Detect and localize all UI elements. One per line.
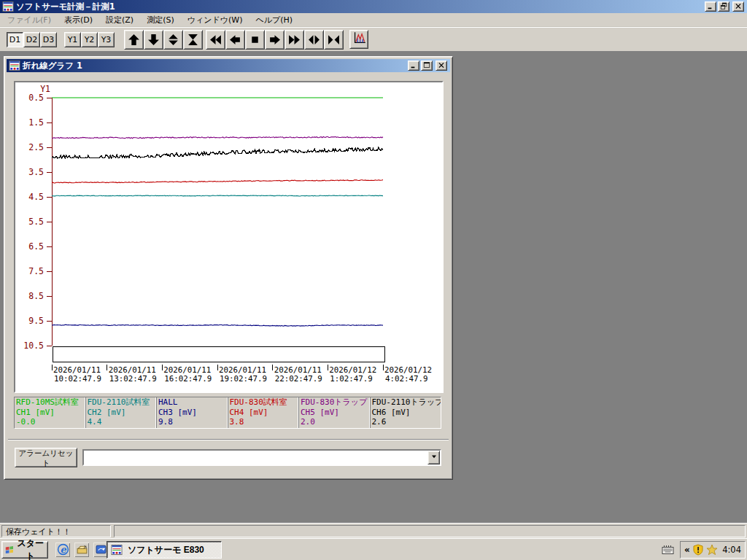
svg-text:9.5: 9.5 <box>28 316 44 326</box>
graph-window-titlebar[interactable]: 折れ線グラフ 1 <box>7 59 450 72</box>
y-button[interactable]: Y2 <box>81 32 98 47</box>
channel-value: 3.8 <box>230 417 298 427</box>
star-icon[interactable] <box>706 544 718 556</box>
chart-panel: Y10.51.52.53.54.55.56.57.58.59.510.52026… <box>14 81 444 393</box>
arrow-up-button[interactable] <box>124 30 144 50</box>
channel-legend: RFD-10MS試料室 CH1 [mV] -0.0 FDU-2110試料室 CH… <box>14 397 441 429</box>
status-panel <box>114 525 746 537</box>
svg-text:13:02:47.9: 13:02:47.9 <box>109 374 157 384</box>
ime-keyboard-icon[interactable] <box>661 544 675 556</box>
menu-item[interactable]: ファイル(F) <box>1 13 57 27</box>
menu-item[interactable]: 表示(D) <box>58 13 98 27</box>
legend-cell: FDU-2110試料室 CH2 [mV] 4.4 <box>86 397 158 428</box>
menu-item[interactable]: ウィンドウ(W) <box>182 13 249 27</box>
svg-text:8.5: 8.5 <box>28 291 44 301</box>
separator <box>8 439 449 440</box>
channel-name: FDU-830トラップ <box>301 397 368 408</box>
svg-text:1.5: 1.5 <box>28 117 44 128</box>
menubar: ファイル(F)表示(D)設定(Z)測定(S)ウィンドウ(W)ヘルプ(H) <box>0 13 747 27</box>
graph-window-title: 折れ線グラフ 1 <box>23 61 82 71</box>
outlook-express-button[interactable] <box>93 542 108 557</box>
minimize-button[interactable] <box>408 61 419 71</box>
statusbar: 保存ウェイト！！ <box>0 523 747 538</box>
merge-vertical-button[interactable] <box>183 30 203 50</box>
legend-cell: HALL CH3 [mV] 9.8 <box>157 397 228 428</box>
split-horizontal-button[interactable] <box>304 30 324 50</box>
d-button[interactable]: D2 <box>23 32 40 47</box>
legend-cell: FDU-830試料室 CH4 [mV] 3.8 <box>228 397 300 428</box>
y-button[interactable]: Y1 <box>64 32 81 47</box>
graph-window-controls <box>408 61 449 71</box>
channel-label: CH6 [mV] <box>372 408 440 418</box>
system-tray: « 4:04 <box>680 541 746 559</box>
graph-settings-button[interactable] <box>349 30 368 49</box>
task-label: ソフトサーモ E830 <box>128 544 204 556</box>
start-button[interactable]: スタート <box>1 541 48 559</box>
fast-forward-button[interactable] <box>285 30 304 50</box>
close-button[interactable] <box>436 61 447 71</box>
merge-vertical-icon <box>187 34 199 46</box>
stop-icon <box>249 34 261 46</box>
windows-flag-icon <box>5 545 15 556</box>
merge-horizontal-icon <box>328 34 340 46</box>
minimize-icon <box>706 1 715 12</box>
tray-chevron[interactable]: « <box>684 545 690 555</box>
y-button-group: Y1Y2Y3 <box>64 32 115 47</box>
arrow-down-button[interactable] <box>144 30 163 50</box>
step-forward-button[interactable] <box>265 30 285 50</box>
status-message: 保存ウェイト！！ <box>1 525 111 537</box>
svg-text:2.5: 2.5 <box>28 142 44 152</box>
graph-icon <box>352 31 366 47</box>
channel-label: CH3 [mV] <box>158 408 226 418</box>
rewind-icon <box>209 34 222 46</box>
minimize-button[interactable] <box>705 1 716 12</box>
split-vertical-button[interactable] <box>163 30 183 50</box>
fast-forward-icon <box>288 34 301 46</box>
scroll-button-group <box>206 30 344 50</box>
combo-dropdown-button[interactable] <box>427 451 440 464</box>
workspace: 折れ線グラフ 1 Y10.51.52.53.54.55.56.57.58.59.… <box>0 51 747 523</box>
quick-launch: e <box>55 542 108 557</box>
channel-name: FDU-830試料室 <box>230 397 298 408</box>
legend-cell: FDU-2110トラップ CH6 [mV] 2.6 <box>371 397 441 428</box>
d-button[interactable]: D1 <box>7 32 23 47</box>
screen: ソフトサーモ計測－計測1 ファイル(F)表示(D)設定(Z)測定(S)ウィンドウ… <box>0 0 747 560</box>
restore-button[interactable] <box>718 1 729 12</box>
internet-explorer-button[interactable]: e <box>55 542 70 557</box>
task-button[interactable]: ソフトサーモ E830 <box>107 541 222 559</box>
channel-name: FDU-2110トラップ <box>372 397 440 408</box>
menu-item[interactable]: ヘルプ(H) <box>249 13 298 27</box>
show-desktop-button[interactable] <box>74 542 89 557</box>
svg-text:5.5: 5.5 <box>28 217 44 227</box>
menu-item[interactable]: 設定(Z) <box>100 13 139 27</box>
svg-text:0.5: 0.5 <box>28 93 44 103</box>
app-titlebar[interactable]: ソフトサーモ計測－計測1 <box>0 0 747 13</box>
combo-value-field[interactable] <box>84 451 427 464</box>
show-desktop-icon <box>76 543 88 556</box>
d-button[interactable]: D3 <box>40 32 57 47</box>
svg-text:e: e <box>60 544 66 555</box>
security-shield-icon[interactable] <box>692 544 704 556</box>
maximize-button[interactable] <box>421 61 433 71</box>
rewind-button[interactable] <box>206 30 225 50</box>
toolbar: D1D2D3 Y1Y2Y3 <box>0 27 747 51</box>
svg-text:16:02:47.9: 16:02:47.9 <box>164 374 212 384</box>
line-chart: Y10.51.52.53.54.55.56.57.58.59.510.52026… <box>15 82 442 392</box>
close-button[interactable] <box>732 1 744 12</box>
channel-label: CH4 [mV] <box>230 408 298 418</box>
stop-button[interactable] <box>245 30 265 50</box>
svg-text:4.5: 4.5 <box>28 192 44 202</box>
arrow-down-icon <box>147 34 160 46</box>
legend-cell: FDU-830トラップ CH5 [mV] 2.0 <box>299 397 371 428</box>
split-horizontal-icon <box>308 34 320 46</box>
merge-horizontal-button[interactable] <box>324 30 344 50</box>
menu-item[interactable]: 測定(S) <box>141 13 180 27</box>
step-back-button[interactable] <box>225 30 245 50</box>
svg-text:1:02:47.9: 1:02:47.9 <box>330 374 373 384</box>
y-button[interactable]: Y3 <box>98 32 115 47</box>
channel-label: CH2 [mV] <box>88 408 155 418</box>
alarm-reset-button[interactable]: アラームリセット <box>15 448 77 467</box>
taskbar: スタート e ソフトサーモ E830 « 4:04 <box>0 538 747 560</box>
scale-button-group <box>124 30 203 50</box>
channel-value: 9.8 <box>158 417 226 427</box>
